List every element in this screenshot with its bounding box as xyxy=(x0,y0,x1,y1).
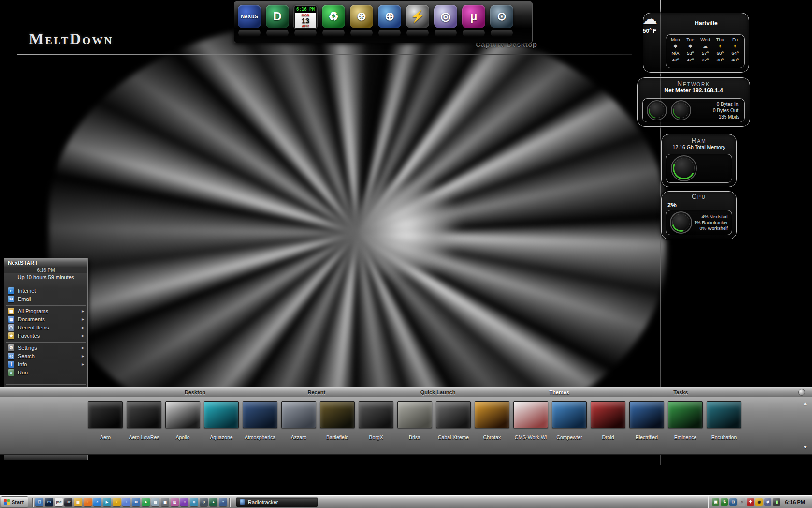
theme-item[interactable]: Aquazone xyxy=(202,401,241,440)
theme-thumbnail[interactable] xyxy=(513,401,548,428)
quick-launch-area: ❐ Ps pse Br ▤ F e ▶ ⚡ ♪ ✉ ☻ ▤ ▦ ◧ ♫ xyxy=(35,498,227,506)
quicklaunch-icon[interactable]: ☻ xyxy=(142,498,150,506)
theme-thumbnail[interactable] xyxy=(127,401,161,428)
tray-icon[interactable]: ✚ xyxy=(747,498,754,506)
theme-item[interactable]: Encubation xyxy=(705,401,743,440)
theme-item[interactable]: Battlefield xyxy=(318,401,357,440)
theme-item[interactable]: Aero LowRes xyxy=(125,401,163,440)
menu-item[interactable]: ✉ Email xyxy=(4,295,87,303)
quicklaunch-icon[interactable]: e xyxy=(93,498,102,506)
dock-item[interactable]: ⊛ xyxy=(349,5,374,38)
menu-item[interactable]: e Internet xyxy=(4,286,87,295)
dock-item[interactable]: ⊙ xyxy=(490,5,514,38)
quicklaunch-icon[interactable]: ◧ xyxy=(171,498,179,506)
dock-item-icon: 6:16 PM MON 13 APR xyxy=(293,5,318,29)
shelf-tab[interactable]: Desktop xyxy=(134,389,256,395)
forecast-low-temp: 37º xyxy=(698,57,713,63)
menu-item[interactable]: ▦ All Programs xyxy=(4,307,87,315)
quicklaunch-icon[interactable]: ✉ xyxy=(132,498,140,506)
theme-thumbnail[interactable] xyxy=(707,401,741,428)
theme-item[interactable]: Cabal Xtreme xyxy=(434,401,473,440)
dock-item[interactable]: ◎ xyxy=(434,5,458,38)
theme-thumbnail[interactable] xyxy=(243,401,277,428)
quicklaunch-icon[interactable]: pse xyxy=(55,498,63,506)
shelf-tab[interactable]: Quick Launch xyxy=(377,389,498,395)
shelf-tab[interactable]: Tasks xyxy=(620,389,741,395)
quicklaunch-icon[interactable]: ▦ xyxy=(161,498,169,506)
dock-item[interactable]: ⚡ xyxy=(406,5,430,38)
tray-icon[interactable]: ▣ xyxy=(712,498,719,506)
theme-thumbnail[interactable] xyxy=(320,401,355,428)
scroll-up-icon[interactable]: ▲ xyxy=(801,401,809,406)
theme-thumbnail[interactable] xyxy=(475,401,509,428)
quicklaunch-icon[interactable]: ♠ xyxy=(209,498,218,506)
theme-item[interactable]: Brisa xyxy=(395,401,434,440)
theme-item[interactable]: Eminence xyxy=(666,401,705,440)
theme-thumbnail[interactable] xyxy=(281,401,316,428)
quicklaunch-icon[interactable]: Br xyxy=(64,498,72,506)
theme-thumbnail[interactable] xyxy=(88,401,123,428)
quicklaunch-icon[interactable]: ♪ xyxy=(122,498,130,506)
quicklaunch-icon[interactable]: ⚡ xyxy=(113,498,121,506)
taskbar-clock[interactable]: 6:16 PM xyxy=(782,499,810,505)
task-button-radiotracker[interactable]: Radiotracker xyxy=(236,497,318,507)
menu-item[interactable]: ★ Favorites xyxy=(4,331,87,340)
quicklaunch-icon[interactable]: ❐ xyxy=(35,498,44,506)
tray-icon[interactable]: ⇅ xyxy=(721,498,728,506)
shelf-options-icon[interactable] xyxy=(798,389,805,396)
theme-thumbnail[interactable] xyxy=(397,401,432,428)
theme-thumbnail[interactable] xyxy=(204,401,239,428)
quicklaunch-icon[interactable]: ▤ xyxy=(151,498,160,506)
dock-item[interactable]: μ xyxy=(462,5,486,38)
theme-item[interactable]: CMS-Work Wi xyxy=(511,401,550,440)
theme-thumbnail[interactable] xyxy=(359,401,393,428)
theme-item[interactable]: Chrotax xyxy=(473,401,511,440)
dock-item-icon: μ xyxy=(462,5,485,28)
theme-item[interactable]: Electrified xyxy=(627,401,666,440)
theme-item[interactable]: Atmospherica xyxy=(241,401,279,440)
menu-item[interactable]: » Run xyxy=(4,368,87,376)
theme-item[interactable]: BorgX xyxy=(357,401,395,440)
tray-icon[interactable]: ⊡ xyxy=(729,498,737,506)
tray-icon[interactable]: ◉ xyxy=(755,498,763,506)
menu-item[interactable]: ◎ Search xyxy=(4,352,87,360)
tray-icon[interactable]: ♫ xyxy=(738,498,745,506)
theme-item[interactable]: Azzaro xyxy=(279,401,318,440)
quicklaunch-icon[interactable]: Ps xyxy=(45,498,53,506)
theme-thumbnail[interactable] xyxy=(668,401,703,428)
quicklaunch-icon[interactable]: ⊙ xyxy=(200,498,208,506)
theme-item[interactable]: Droid xyxy=(589,401,627,440)
theme-thumbnail[interactable] xyxy=(165,401,200,428)
theme-item[interactable]: Aero xyxy=(86,401,125,440)
menu-item[interactable]: ⚙ Settings xyxy=(4,344,87,352)
theme-thumbnail[interactable] xyxy=(436,401,471,428)
cpu-gauge xyxy=(670,211,692,234)
scroll-down-icon[interactable]: ▼ xyxy=(801,444,809,449)
menu-item[interactable]: ◷ Recent Items xyxy=(4,323,87,331)
quicklaunch-icon[interactable]: ? xyxy=(219,498,227,506)
quicklaunch-icon[interactable]: ▶ xyxy=(103,498,111,506)
dock-item[interactable]: 6:16 PM MON 13 APR xyxy=(293,5,318,38)
quicklaunch-icon[interactable]: ⊕ xyxy=(190,498,198,506)
theme-item[interactable]: Compewter xyxy=(550,401,589,440)
dock-item[interactable]: NeXuS xyxy=(237,5,261,38)
theme-label: Aquazone xyxy=(210,434,232,440)
menu-resize-grip[interactable] xyxy=(4,455,87,460)
quicklaunch-icon[interactable]: F xyxy=(84,498,92,506)
dock-item[interactable]: ♻ xyxy=(321,5,346,38)
start-button[interactable]: Start xyxy=(1,496,28,508)
quicklaunch-icon[interactable]: ▤ xyxy=(74,498,82,506)
theme-thumbnail[interactable] xyxy=(591,401,625,428)
theme-thumbnail[interactable] xyxy=(629,401,664,428)
tray-icon[interactable]: ⇄ xyxy=(764,498,771,506)
dock-item[interactable]: D xyxy=(265,5,290,38)
dock-item[interactable]: ⊕ xyxy=(377,5,402,38)
tray-icon[interactable]: ▮ xyxy=(773,498,780,506)
shelf-tab[interactable]: Recent xyxy=(256,389,377,395)
theme-item[interactable]: Apollo xyxy=(163,401,202,440)
quicklaunch-icon[interactable]: ♫ xyxy=(180,498,188,506)
menu-item[interactable]: i Info xyxy=(4,360,87,368)
shelf-tab[interactable]: Themes xyxy=(499,389,620,395)
menu-item[interactable]: ▤ Documents xyxy=(4,315,87,323)
theme-thumbnail[interactable] xyxy=(552,401,587,428)
